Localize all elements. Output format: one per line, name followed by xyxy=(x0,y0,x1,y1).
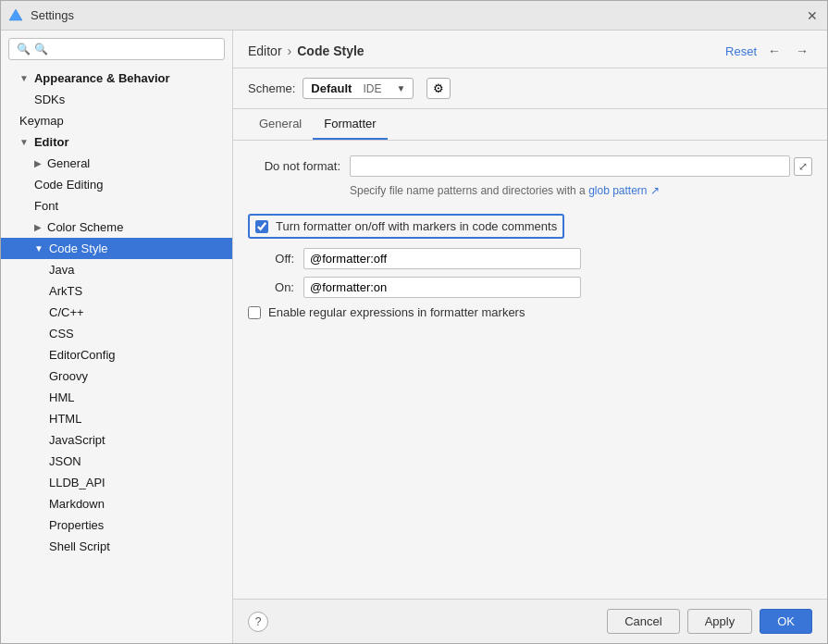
sidebar-item-label: Code Editing xyxy=(34,178,103,192)
sidebar-item-css[interactable]: CSS xyxy=(1,323,232,344)
sidebar-item-markdown[interactable]: Markdown xyxy=(1,493,232,514)
sidebar-item-label: Appearance & Behavior xyxy=(34,71,170,85)
sidebar-item-appearance-behavior[interactable]: ▼ Appearance & Behavior xyxy=(1,68,232,89)
sidebar-item-label: ArkTS xyxy=(49,284,82,298)
sidebar-item-arkts[interactable]: ArkTS xyxy=(1,280,232,302)
turn-formatter-label[interactable]: Turn formatter on/off with markers in co… xyxy=(276,219,557,233)
sidebar-item-code-editing[interactable]: Code Editing xyxy=(1,174,232,195)
scheme-settings-button[interactable]: ⚙ xyxy=(426,78,451,99)
expand-arrow: ▼ xyxy=(34,243,43,254)
on-row: On: xyxy=(266,277,812,298)
close-button[interactable]: ✕ xyxy=(805,8,820,23)
breadcrumb-parent: Editor xyxy=(248,43,282,58)
back-button[interactable]: ← xyxy=(764,42,785,60)
sidebar-item-label: LLDB_API xyxy=(49,476,105,489)
expand-arrow: ▼ xyxy=(19,137,29,147)
help-button[interactable]: ? xyxy=(248,612,268,632)
sidebar-item-keymap[interactable]: Keymap xyxy=(1,110,232,131)
apply-button[interactable]: Apply xyxy=(687,609,753,634)
sidebar-item-label: HML xyxy=(49,390,74,404)
sidebar-item-code-style[interactable]: ▼ Code Style xyxy=(1,238,232,259)
sidebar-item-color-scheme[interactable]: ▶ Color Scheme xyxy=(1,217,232,238)
sidebar-item-label: CSS xyxy=(49,327,74,341)
footer-buttons: Cancel Apply OK xyxy=(607,609,812,634)
on-label: On: xyxy=(266,280,294,294)
sidebar-item-label: Editor xyxy=(34,135,69,149)
enable-regex-checkbox-row[interactable]: Enable regular expressions in formatter … xyxy=(248,305,812,319)
scheme-label: Scheme: xyxy=(248,81,295,95)
footer: ? Cancel Apply OK xyxy=(233,599,827,643)
reset-button[interactable]: Reset xyxy=(725,44,757,58)
sidebar-item-font[interactable]: Font xyxy=(1,195,232,217)
sidebar-item-lldb-api[interactable]: LLDB_API xyxy=(1,472,232,493)
sidebar-item-properties[interactable]: Properties xyxy=(1,514,232,536)
settings-window: Settings ✕ 🔍 ▼ Appearance & Behavior SDK… xyxy=(0,0,828,644)
off-row: Off: xyxy=(266,248,812,269)
off-input[interactable] xyxy=(303,248,581,269)
sidebar-item-label: Font xyxy=(34,199,58,213)
scheme-sub: IDE xyxy=(363,82,381,95)
sidebar-item-groovy[interactable]: Groovy xyxy=(1,365,232,387)
forward-button[interactable]: → xyxy=(792,42,812,60)
scheme-select[interactable]: Default IDE ▼ xyxy=(303,78,414,99)
sidebar-item-label: Keymap xyxy=(19,114,64,128)
sidebar-item-sdks[interactable]: SDKs xyxy=(1,89,232,110)
sidebar-item-shell-script[interactable]: Shell Script xyxy=(1,536,232,557)
sidebar: 🔍 ▼ Appearance & Behavior SDKs Keymap ▼ … xyxy=(1,31,233,643)
expand-arrow: ▶ xyxy=(34,222,42,232)
turn-formatter-checkbox[interactable] xyxy=(255,220,268,233)
ok-button[interactable]: OK xyxy=(760,609,812,634)
expand-button[interactable]: ⤢ xyxy=(794,157,812,176)
sidebar-item-label: Java xyxy=(49,263,74,277)
search-input[interactable] xyxy=(34,43,216,56)
sidebar-item-java[interactable]: Java xyxy=(1,259,232,280)
scheme-row: Scheme: Default IDE ▼ ⚙ xyxy=(233,68,827,109)
window-title: Settings xyxy=(31,8,797,22)
enable-regex-label[interactable]: Enable regular expressions in formatter … xyxy=(268,305,525,319)
svg-marker-0 xyxy=(9,9,22,20)
tabs: General Formatter xyxy=(233,109,827,141)
glob-pattern-link[interactable]: glob pattern ↗ xyxy=(588,184,660,197)
sidebar-item-editor[interactable]: ▼ Editor xyxy=(1,131,232,153)
sidebar-item-editorconfig[interactable]: EditorConfig xyxy=(1,344,232,365)
sidebar-item-label: C/C++ xyxy=(49,305,84,319)
sidebar-item-label: Groovy xyxy=(49,369,88,383)
sidebar-item-label: EditorConfig xyxy=(49,348,116,362)
formatter-settings: Do not format: ⤢ Specify file name patte… xyxy=(233,141,827,599)
breadcrumb: Editor › Code Style xyxy=(248,43,365,58)
sidebar-item-javascript[interactable]: JavaScript xyxy=(1,429,232,451)
dropdown-arrow-icon: ▼ xyxy=(396,83,405,93)
breadcrumb-current: Code Style xyxy=(297,43,364,58)
main-area: 🔍 ▼ Appearance & Behavior SDKs Keymap ▼ … xyxy=(1,31,827,643)
scheme-name: Default xyxy=(311,81,352,95)
on-input[interactable] xyxy=(303,277,581,298)
sidebar-item-label: Shell Script xyxy=(49,539,110,553)
title-bar: Settings ✕ xyxy=(1,1,827,31)
content-header: Editor › Code Style Reset ← → xyxy=(233,31,827,68)
sidebar-item-label: Properties xyxy=(49,518,104,532)
sidebar-item-general[interactable]: ▶ General xyxy=(1,153,232,174)
sidebar-item-json[interactable]: JSON xyxy=(1,451,232,472)
expand-arrow: ▶ xyxy=(34,158,42,168)
tab-general[interactable]: General xyxy=(248,109,313,140)
do-not-format-input[interactable] xyxy=(350,155,790,177)
sidebar-item-html[interactable]: HTML xyxy=(1,408,232,429)
tab-formatter[interactable]: Formatter xyxy=(313,109,387,140)
off-on-section: Off: On: xyxy=(266,248,812,298)
header-actions: Reset ← → xyxy=(725,42,812,60)
gear-icon: ⚙ xyxy=(433,81,444,95)
enable-regex-checkbox[interactable] xyxy=(248,306,261,319)
sidebar-item-label: JavaScript xyxy=(49,433,105,447)
sidebar-item-cpp[interactable]: C/C++ xyxy=(1,302,232,323)
help-icon: ? xyxy=(255,615,262,628)
search-box[interactable]: 🔍 xyxy=(8,38,225,60)
search-icon: 🔍 xyxy=(17,43,31,56)
off-label: Off: xyxy=(266,252,294,266)
sidebar-items: ▼ Appearance & Behavior SDKs Keymap ▼ Ed… xyxy=(1,68,232,643)
cancel-button[interactable]: Cancel xyxy=(607,609,679,634)
sidebar-item-label: Color Scheme xyxy=(47,220,123,234)
sidebar-item-hml[interactable]: HML xyxy=(1,387,232,408)
sidebar-item-label: Code Style xyxy=(49,242,108,255)
turn-formatter-checkbox-row[interactable]: Turn formatter on/off with markers in co… xyxy=(248,214,564,239)
sidebar-item-label: General xyxy=(47,156,90,170)
